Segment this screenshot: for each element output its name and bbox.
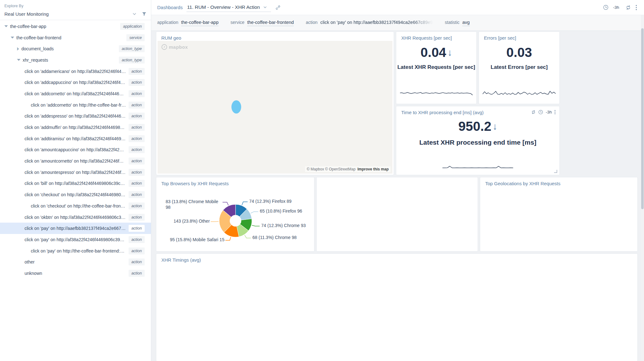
filter-value[interactable]: the-coffee-bar-frontend	[247, 20, 294, 26]
card-rum-geo: RUM geo mapbox © Mapbox © OpenStreetMapI…	[156, 31, 394, 175]
pie-slice-label: 95 (15.8%) Mobile Safari 15	[170, 237, 225, 243]
filter-funnel-icon[interactable]	[142, 12, 147, 16]
tree-chevron-down-icon[interactable]	[4, 25, 8, 27]
card-xhr-timings: XHR Timings (avg)	[156, 253, 638, 361]
xhr-requests-value: 0.04↓	[420, 46, 452, 59]
tree-chevron-right-icon[interactable]	[17, 47, 19, 51]
geo-cluster-dot[interactable]	[231, 100, 241, 114]
tree-item-type-badge: action	[129, 225, 145, 232]
tree-item-label: click on 'pay' on http://the-coffee-bar-…	[31, 248, 126, 253]
tree-item[interactable]: click on 'okbtn' on http://af38a22f4246f…	[0, 212, 151, 223]
tree-item[interactable]: click on 'addamericano' on http://af38a2…	[0, 66, 151, 77]
kebab-menu-icon[interactable]	[554, 110, 556, 114]
tree-item-type-badge: action	[129, 146, 145, 153]
card-time-range[interactable]: -3h	[546, 110, 552, 114]
explore-by-select[interactable]: Real User Monitoring	[4, 11, 147, 17]
tree-item-type-badge: action	[129, 247, 145, 254]
tree-chevron-down-icon[interactable]	[11, 36, 14, 39]
tree-item[interactable]: click on 'addcornetto' on http://the-cof…	[0, 99, 151, 111]
kebab-menu-icon[interactable]	[636, 5, 637, 10]
geo-map[interactable]: mapbox © Mapbox © OpenStreetMapImprove t…	[158, 41, 392, 174]
card-title: Errors [per sec]	[479, 32, 521, 41]
tree-item-type-badge: action	[129, 102, 145, 108]
processing-end-sparkline	[442, 161, 514, 169]
refresh-icon[interactable]	[625, 5, 631, 10]
tree-item[interactable]: the-coffee-bar-frontendservice	[0, 32, 151, 43]
tree-item-type-badge: action	[129, 158, 145, 164]
tree-item[interactable]: click on 'checkout' on http://af38a22f42…	[0, 189, 151, 200]
clock-icon[interactable]	[603, 5, 608, 10]
share-link-icon[interactable]	[275, 5, 280, 10]
tree-chevron-down-icon[interactable]	[17, 59, 20, 61]
tree-item[interactable]: click on 'amountcappuccino' on http://af…	[0, 144, 151, 156]
tree-item-label: click on 'addmuffin' on http://af38a22f4…	[25, 125, 126, 130]
tree-item-label: click on 'pay' on http://aaefbb382137f49…	[25, 226, 126, 231]
dashboard-selector[interactable]: 11. RUM - Overview - XHR Action	[186, 3, 271, 12]
tree-item-label: the-coffee-bar-frontend	[16, 35, 124, 40]
filter-value[interactable]: the-coffee-bar-app	[181, 20, 219, 26]
tree-item[interactable]: click on 'addespresso' on http://af38a22…	[0, 111, 151, 122]
tree-item-label: click on 'amountcornetto' on http://af38…	[25, 158, 126, 164]
tree-item[interactable]: click on 'pay' on http://af38a22f4246f44…	[0, 234, 151, 245]
tree-item-label: xhr_requests	[23, 58, 116, 63]
pie-slice-label: 74 (12.3%) Firefox 89	[249, 199, 291, 204]
filter-value[interactable]: click on 'pay' on http://aaefbb382137f49…	[320, 20, 433, 26]
tree-item-type-badge: action	[129, 214, 145, 221]
card-processing-end: Time to XHR processing end [ms] (avg) -3…	[396, 106, 560, 175]
filter-application: applicationthe-coffee-bar-app	[157, 20, 219, 26]
tree-item-type-badge: action	[129, 203, 145, 209]
breadcrumb-dashboards[interactable]: Dashboards	[157, 5, 183, 10]
pie-slice-label: 83 (13.8%) Chrome Mobile 98	[166, 199, 222, 210]
map-attribution[interactable]: © Mapbox © OpenStreetMapImprove this map	[305, 166, 391, 172]
card-title: Time to XHR processing end [ms] (avg)	[396, 106, 489, 115]
tree-item-label: click on 'checkout' on http://the-coffee…	[31, 203, 126, 208]
card-errors: Errors [per sec] 0.03 Latest Errors [per…	[479, 31, 560, 104]
tree-item[interactable]: click on 'addcornetto' on http://af38a22…	[0, 88, 151, 99]
clock-icon[interactable]	[538, 110, 543, 114]
refresh-icon[interactable]	[531, 110, 536, 114]
tree-item-type-badge: action	[129, 135, 145, 142]
filter-statistic: statisticavg	[445, 20, 470, 26]
tree-item-type-badge: action	[129, 270, 145, 277]
tree-item[interactable]: click on 'amountespresso' on http://af38…	[0, 167, 151, 178]
tree-item[interactable]: otheraction	[0, 256, 151, 268]
chevron-down-icon[interactable]	[133, 13, 136, 15]
tree-item-label: click on 'addcappuccino' on http://af38a…	[25, 80, 126, 85]
errors-value: 0.03	[506, 46, 532, 59]
trend-down-icon: ↓	[493, 121, 497, 131]
filter-bar: applicationthe-coffee-bar-appservicethe-…	[151, 15, 644, 31]
resize-handle[interactable]	[554, 170, 557, 173]
tree-item[interactable]: click on 'amountcornetto' on http://af38…	[0, 155, 151, 167]
filter-service: servicethe-coffee-bar-frontend	[230, 20, 294, 26]
top-bar: Dashboards 11. RUM - Overview - XHR Acti…	[151, 0, 644, 15]
scrollbar-thumb[interactable]	[641, 28, 644, 209]
time-range-value[interactable]: -3h	[613, 5, 619, 10]
filter-label: service	[230, 20, 244, 25]
mapbox-logo[interactable]: mapbox	[161, 44, 188, 50]
pie-slice-label: 65 (10.8%) Firefox 96	[260, 208, 302, 214]
tree-item[interactable]: click on 'pay' on http://the-coffee-bar-…	[0, 245, 151, 257]
card-top-geolocations: Top Geolocations by XHR Requests	[480, 177, 638, 252]
tree-item[interactable]: click on 'addmuffin' on http://af38a22f4…	[0, 122, 151, 133]
tree-item[interactable]: click on 'addcappuccino' on http://af38a…	[0, 77, 151, 88]
tree-item[interactable]: document_loadsaction_type	[0, 43, 151, 54]
filter-action: actionclick on 'pay' on http://aaefbb382…	[306, 20, 433, 26]
xhr-timings-chart[interactable]	[156, 263, 637, 351]
tree-item-label: click on 'bill' on http://af38a22f4246f4…	[25, 181, 126, 186]
tree-item[interactable]: the-coffee-bar-appapplication	[0, 21, 151, 32]
tree-item-label: click on 'addamericano' on http://af38a2…	[25, 69, 126, 74]
filter-label: statistic	[445, 20, 460, 25]
tree-item[interactable]: click on 'checkout' on http://the-coffee…	[0, 200, 151, 212]
tree-item[interactable]: unknownaction	[0, 268, 151, 279]
tree-item-type-badge: action	[129, 68, 145, 75]
tree-item[interactable]: click on 'addtiramisu' on http://af38a22…	[0, 133, 151, 144]
tree-item-type-badge: action_type	[119, 45, 145, 52]
filter-value[interactable]: avg	[462, 20, 469, 26]
processing-end-caption: Latest XHR processing end time [ms]	[419, 139, 536, 146]
scrollbar-track[interactable]	[641, 15, 644, 361]
tree-item[interactable]: click on 'pay' on http://aaefbb382137f49…	[0, 223, 151, 234]
tree-item-type-badge: action	[129, 258, 145, 265]
tree-item[interactable]: click on 'bill' on http://af38a22f4246f4…	[0, 178, 151, 189]
entity-tree: the-coffee-bar-appapplicationthe-coffee-…	[0, 20, 151, 279]
tree-item[interactable]: xhr_requestsaction_type	[0, 54, 151, 66]
